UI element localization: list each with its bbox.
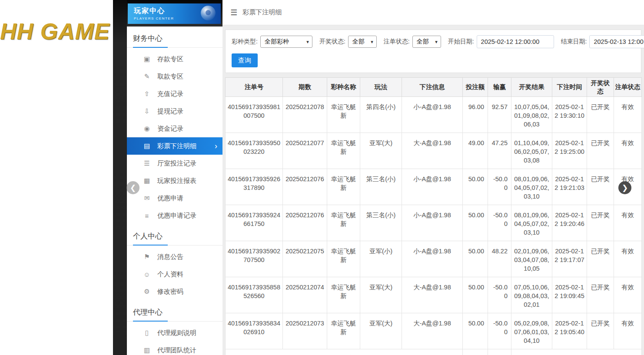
- lottery-type-label: 彩种类型:: [232, 38, 258, 46]
- table-body: 40156917393598100750020250212078幸运飞艇新第四名…: [226, 97, 642, 355]
- table-cell: 10,07,05,04,01,09,08,02,06,03: [511, 97, 552, 133]
- column-header: 投注额: [463, 78, 488, 97]
- sidebar-item-label: 代理规则说明: [157, 329, 196, 337]
- sidebar-header: 玩家中心 PLAYERS CENTER: [128, 3, 221, 24]
- sidebar-item-agent-rules[interactable]: ▯代理规则说明: [127, 324, 222, 342]
- chevron-right-icon[interactable]: ❯: [618, 181, 631, 194]
- table-cell: 01,10,04,09,06,02,05,07,03,08: [511, 133, 552, 169]
- sidebar-item-profile[interactable]: ☺个人资料: [127, 265, 222, 283]
- draw-status-label: 开奖状态:: [319, 38, 345, 46]
- withdraw-icon: ✎: [143, 73, 151, 80]
- sidebar-section-title: 财务中心: [127, 27, 222, 48]
- table-cell: 20250212076: [283, 205, 327, 241]
- sidebar-item-hall-bet-record[interactable]: ☰厅室投注记录: [127, 155, 222, 172]
- end-date-input[interactable]: [589, 35, 644, 48]
- table-cell: 20250212076: [283, 169, 327, 205]
- table-cell: 48.22: [488, 241, 511, 277]
- order-status-value: 全部: [417, 38, 429, 46]
- table-cell: 小-A盘@1.98: [402, 169, 463, 205]
- withdraw-record-icon: ⇩: [143, 107, 151, 115]
- agent-rules-icon: ▯: [143, 329, 151, 337]
- column-header: 彩种名称: [327, 78, 360, 97]
- column-header: 玩法: [360, 78, 402, 97]
- table-cell: 401569173935902707500: [226, 241, 283, 277]
- sidebar-item-withdraw-record[interactable]: ⇩提现记录: [127, 103, 222, 120]
- sidebar-item-player-bet-report[interactable]: ▦玩家投注报表: [127, 172, 222, 189]
- sidebar-item-funds-record[interactable]: ◉资金记录: [127, 120, 222, 137]
- sidebar-item-label: 玩家投注报表: [157, 177, 196, 185]
- start-date-input[interactable]: [477, 35, 554, 48]
- sidebar-item-recharge-record[interactable]: ⇧充值记录: [127, 85, 222, 103]
- password-icon: ⚙: [143, 288, 151, 295]
- sidebar-item-promo-apply[interactable]: ✉优惠申请: [127, 189, 222, 207]
- column-header: 下注时间: [552, 78, 587, 97]
- profile-icon: ☺: [143, 271, 151, 278]
- funds-record-icon: ◉: [143, 125, 151, 133]
- table-cell: 2025-02-12 19:30:10: [552, 97, 587, 133]
- sidebar-item-label: 修改密码: [157, 288, 183, 296]
- sidebar-item-lottery-bet-detail[interactable]: ▤彩票下注明细›: [127, 137, 222, 155]
- table-cell: 2025-02-12 19:25:00: [552, 133, 587, 169]
- table-cell: 已开奖: [587, 205, 614, 241]
- table-cell: 有效: [614, 313, 642, 349]
- table-cell: 401569173935950023220: [226, 133, 283, 169]
- menu-icon[interactable]: ☰: [230, 8, 237, 17]
- order-status-select[interactable]: 全部 ▾: [412, 36, 441, 48]
- totals-empty: [511, 349, 642, 355]
- sidebar-item-agent-team-stats[interactable]: ▥代理团队统计: [127, 342, 222, 355]
- table-cell: 2025-02-12 19:09:45: [552, 277, 587, 313]
- sidebar-item-announcement[interactable]: ⚑消息公告: [127, 248, 222, 265]
- chevron-down-icon: ▾: [371, 39, 373, 45]
- table-cell: 有效: [614, 241, 642, 277]
- search-button[interactable]: 查询: [232, 53, 258, 67]
- sidebar-item-promo-apply-record[interactable]: ≡优惠申请记录: [127, 207, 222, 224]
- table-cell: 已开奖: [587, 97, 614, 133]
- page-title: 彩票下注明细: [242, 8, 282, 17]
- table-row: 40156917393590270750020250212075幸运飞艇新亚军(…: [226, 241, 642, 277]
- column-header: 下注信息: [402, 78, 463, 97]
- table-cell: 50.00: [463, 277, 488, 313]
- table-cell: 50.00: [463, 205, 488, 241]
- table-row: 40156917393598100750020250212078幸运飞艇新第四名…: [226, 97, 642, 133]
- table-cell: 2025-02-12 19:20:46: [552, 205, 587, 241]
- table-cell: 幸运飞艇新: [327, 313, 360, 349]
- sidebar-section-title: 个人中心: [127, 224, 222, 246]
- table-cell: 小-A盘@1.98: [402, 97, 463, 133]
- hall-bet-record-icon: ☰: [143, 159, 151, 167]
- table-cell: 第三名(小): [360, 205, 402, 241]
- promo-apply-icon: ✉: [143, 194, 151, 202]
- lottery-bet-detail-icon: ▤: [143, 142, 151, 150]
- chevron-left-icon[interactable]: ❮: [126, 181, 139, 194]
- sidebar-item-deposit[interactable]: ▣存款专区: [127, 50, 222, 68]
- table-row: 40156917393585852656020250212074幸运飞艇新亚军(…: [226, 277, 642, 313]
- table-cell: 幸运飞艇新: [327, 277, 360, 313]
- table-cell: 49.00: [463, 133, 488, 169]
- brand-logo: HH GAME: [0, 18, 110, 44]
- column-header: 开奖结果: [511, 78, 552, 97]
- sidebar-item-password[interactable]: ⚙修改密码: [127, 283, 222, 300]
- table-cell: 50.00: [463, 313, 488, 349]
- table-cell: 2025-02-12 19:17:07: [552, 241, 587, 277]
- sidebar-item-label: 资金记录: [157, 125, 183, 133]
- table-cell: 08,01,09,06,04,05,07,02,03,10: [511, 205, 552, 241]
- sidebar-item-withdraw[interactable]: ✎取款专区: [127, 68, 222, 85]
- table-cell: 47.25: [488, 133, 511, 169]
- table-row: 40156917393595002322020250212077幸运飞艇新亚军(…: [226, 133, 642, 169]
- table-cell: 401569173935834026910: [226, 313, 283, 349]
- lottery-type-select[interactable]: 全部彩种 ▾: [260, 36, 312, 48]
- agent-team-stats-icon: ▥: [143, 346, 151, 354]
- column-header: 注单状态: [614, 78, 642, 97]
- draw-status-select[interactable]: 全部 ▾: [348, 36, 377, 48]
- start-date-label: 开始日期:: [448, 38, 474, 46]
- table-cell: 20250212075: [283, 241, 327, 277]
- bet-detail-table: 注单号期数彩种名称玩法下注信息投注额输赢开奖结果下注时间开奖状态注单状态 401…: [225, 77, 641, 355]
- lottery-type-value: 全部彩种: [265, 38, 289, 46]
- sidebar-item-label: 充值记录: [157, 90, 183, 98]
- main-area: ☰ 彩票下注明细 彩种类型: 全部彩种 ▾ 开奖状态: 全部 ▾ 注单状态: 全…: [222, 0, 644, 355]
- table-cell: 20250212077: [283, 133, 327, 169]
- table-cell: 92.57: [488, 97, 511, 133]
- sidebar-item-label: 消息公告: [157, 253, 183, 261]
- table-cell: 已开奖: [587, 241, 614, 277]
- sidebar-section-title: 代理中心: [127, 300, 222, 322]
- table-cell: 大-A盘@1.98: [402, 313, 463, 349]
